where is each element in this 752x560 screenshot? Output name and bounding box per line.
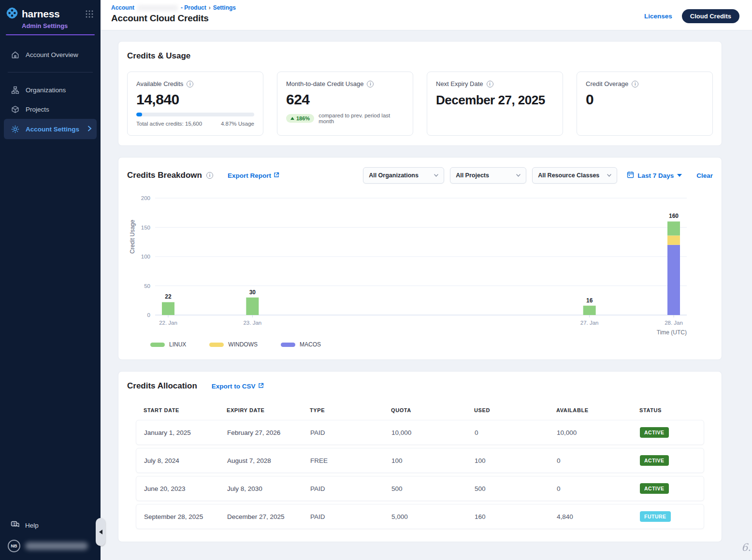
sidebar-item-account-overview[interactable]: Account Overview — [0, 45, 101, 64]
chevron-right-icon — [87, 126, 92, 133]
delta-badge: 186% — [286, 114, 314, 123]
page-header: Account - Product › Settings Account Clo… — [101, 0, 752, 30]
licenses-link[interactable]: Licenses — [644, 13, 672, 20]
info-icon[interactable]: i — [367, 81, 374, 87]
column-header: EXPIRY DATE — [227, 407, 310, 413]
credits-breakdown-title: Credits Breakdown — [127, 171, 202, 180]
sidebar-item-account-settings[interactable]: Account Settings — [4, 119, 97, 139]
purple-divider — [6, 34, 95, 35]
column-header: START DATE — [144, 407, 227, 413]
svg-text:160: 160 — [669, 213, 679, 219]
sidebar-collapse-handle[interactable] — [96, 518, 105, 546]
projects-cube-icon — [11, 105, 19, 114]
help-chat-icon: ? — [11, 521, 19, 530]
legend-swatch — [209, 343, 224, 347]
credits-allocation-title: Credits Allocation — [127, 381, 197, 391]
table-cell-used: 160 — [475, 513, 557, 520]
credits-chart: 050100150200Credit Usage2222. Jan3023. J… — [127, 190, 713, 338]
svg-text:0: 0 — [147, 312, 150, 318]
mtd-usage-card: Month-to-date Credit Usage i 624 186% co… — [277, 72, 413, 136]
help-label: Help — [25, 522, 39, 529]
sidebar-item-projects[interactable]: Projects — [0, 100, 101, 119]
available-credits-value: 14,840 — [136, 91, 254, 108]
status-badge: FUTURE — [640, 511, 671, 522]
column-header: QUOTA — [391, 407, 474, 413]
help-button[interactable]: ? Help — [0, 516, 101, 535]
sidebar-item-organizations[interactable]: Organizations — [0, 80, 101, 100]
chevron-down-icon — [607, 174, 611, 177]
legend-item[interactable]: LINUX — [150, 341, 186, 348]
organizations-icon — [11, 86, 19, 94]
allocation-table-header: START DATEEXPIRY DATETYPEQUOTAUSEDAVAILA… — [136, 407, 704, 420]
available-credits-card: Available Credits i 14,840 Total active … — [127, 72, 263, 136]
table-row: June 20, 2023July 8, 2030PAID5005000ACTI… — [136, 476, 704, 501]
calendar-icon — [627, 171, 634, 180]
projects-filter[interactable]: All Projects — [450, 167, 526, 184]
credit-overage-value: 0 — [586, 91, 704, 108]
legend-label: LINUX — [169, 341, 186, 348]
table-cell-used: 100 — [475, 457, 557, 464]
breadcrumb-account[interactable]: Account — [111, 4, 134, 11]
cloud-credits-button[interactable]: Cloud Credits — [682, 9, 739, 23]
table-cell-available: 10,000 — [557, 429, 640, 436]
svg-text:22: 22 — [165, 293, 172, 300]
organizations-filter[interactable]: All Organizations — [363, 167, 444, 184]
date-range-picker[interactable]: Last 7 Days — [627, 171, 682, 180]
next-expiry-value: December 27, 2025 — [436, 92, 554, 109]
export-csv-link[interactable]: Export to CSV — [212, 383, 264, 390]
user-name-redacted — [25, 542, 88, 550]
main-area: Account - Product › Settings Account Clo… — [101, 0, 752, 560]
table-cell-quota: 100 — [391, 457, 475, 464]
chevron-down-icon — [434, 174, 438, 177]
svg-text:100: 100 — [141, 254, 150, 259]
credits-breakdown-section: Credits Breakdown i Export Report — [118, 157, 722, 360]
breadcrumb-settings[interactable]: Settings — [213, 4, 236, 11]
admin-settings-label: Admin Settings — [22, 22, 101, 29]
info-icon[interactable]: i — [187, 81, 193, 87]
clear-filters-link[interactable]: Clear — [696, 172, 713, 179]
home-icon — [11, 51, 19, 59]
table-cell-start: September 28, 2025 — [144, 513, 227, 520]
sidebar-item-label: Projects — [26, 106, 49, 113]
table-cell-type: PAID — [310, 429, 391, 436]
svg-text:23. Jan: 23. Jan — [243, 320, 261, 326]
legend-item[interactable]: MACOS — [281, 341, 321, 348]
svg-text:16: 16 — [586, 297, 593, 304]
resource-classes-filter[interactable]: All Resource Classes — [532, 167, 617, 184]
svg-text:Credit Usage: Credit Usage — [129, 220, 136, 254]
user-row[interactable]: NB — [0, 535, 101, 553]
credits-usage-title: Credits & Usage — [127, 51, 713, 61]
external-link-icon — [258, 383, 264, 390]
sidebar-nav: Account Overview Organizations — [0, 45, 101, 139]
chevron-down-icon — [516, 174, 521, 177]
gear-icon — [11, 125, 19, 133]
column-header: AVAILABLE — [556, 407, 639, 413]
svg-text:28. Jan: 28. Jan — [665, 320, 683, 326]
svg-text:27. Jan: 27. Jan — [580, 320, 599, 326]
credits-usage-section: Credits & Usage Available Credits i 14,8… — [118, 41, 722, 146]
credit-overage-label: Credit Overage — [586, 80, 628, 87]
mtd-usage-value: 624 — [286, 91, 404, 108]
svg-text:200: 200 — [141, 195, 150, 201]
sidebar-item-label: Organizations — [26, 86, 66, 94]
legend-item[interactable]: WINDOWS — [209, 341, 258, 348]
table-row: September 28, 2025December 27, 2025PAID5… — [136, 504, 704, 529]
table-cell-quota: 500 — [391, 485, 475, 492]
info-icon[interactable]: i — [487, 81, 493, 87]
date-range-label: Last 7 Days — [637, 172, 674, 179]
table-cell-expiry: December 27, 2025 — [227, 513, 310, 520]
available-credits-label: Available Credits — [136, 80, 183, 87]
table-cell-used: 500 — [475, 485, 557, 492]
info-icon[interactable]: i — [632, 81, 638, 87]
mtd-usage-label: Month-to-date Credit Usage — [286, 80, 363, 87]
module-grid-icon[interactable] — [85, 10, 94, 18]
collapse-arrow-icon — [99, 530, 102, 534]
next-expiry-card: Next Expiry Date i December 27, 2025 — [427, 72, 563, 136]
column-header: TYPE — [310, 407, 391, 413]
credit-overage-card: Credit Overage i 0 — [577, 72, 713, 136]
breadcrumb-product[interactable]: - Product — [181, 4, 206, 11]
export-report-link[interactable]: Export Report — [228, 172, 279, 179]
info-icon[interactable]: i — [206, 172, 213, 179]
harness-logo-icon — [6, 7, 18, 21]
sidebar-bottom: ? Help NB — [0, 516, 101, 560]
